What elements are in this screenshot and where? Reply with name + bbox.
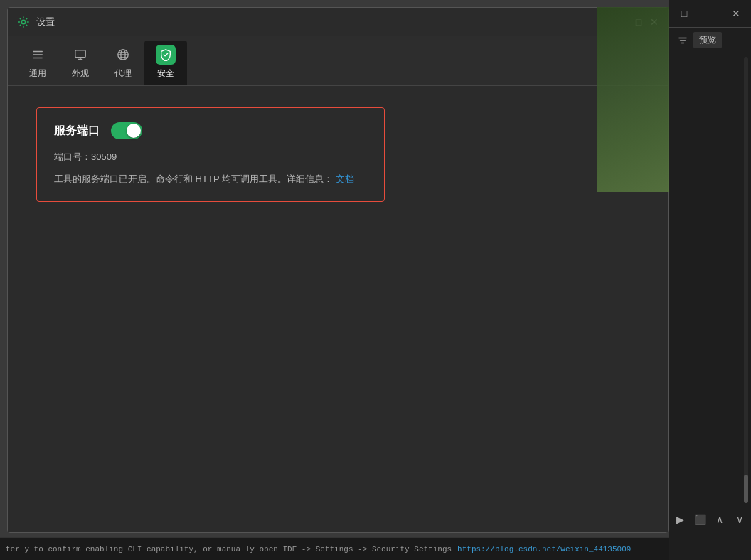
svg-rect-4 xyxy=(75,50,85,58)
play-button[interactable]: ▶ xyxy=(673,512,688,527)
flower-background xyxy=(597,7,669,192)
service-title: 服务端口 xyxy=(54,124,100,139)
nav-item-appearance[interactable]: 外观 xyxy=(59,41,102,85)
nav-item-proxy[interactable]: 代理 xyxy=(102,41,144,85)
scrollbar-thumb xyxy=(744,475,748,503)
service-header: 服务端口 xyxy=(54,122,367,139)
nav-item-security[interactable]: 安全 xyxy=(144,41,187,85)
export-button[interactable]: ⬛ xyxy=(693,512,708,527)
port-label: 端口号：30509 xyxy=(54,151,117,162)
svg-point-0 xyxy=(21,20,25,23)
toggle-knob xyxy=(127,124,141,138)
panel-bottom-controls: ▶ ⬛ ∧ ∨ xyxy=(669,507,751,532)
title-left: 设置 xyxy=(16,15,55,29)
preview-button[interactable]: 预览 xyxy=(693,32,722,48)
nav-label-general: 通用 xyxy=(29,68,46,80)
panel-restore-button[interactable]: □ xyxy=(676,6,692,21)
service-port-toggle[interactable] xyxy=(111,122,142,139)
scrollbar-track[interactable] xyxy=(744,57,748,503)
window-title: 设置 xyxy=(36,16,55,28)
terminal-text: ter y to confirm enabling CLI capability… xyxy=(6,545,452,554)
menu-icon xyxy=(28,45,48,65)
right-panel-toolbar: 预览 xyxy=(669,28,751,53)
nav-item-general[interactable]: 通用 xyxy=(16,41,59,85)
doc-link[interactable]: 文档 xyxy=(336,173,354,184)
status-text: 工具的服务端口已开启。命令行和 HTTP 均可调用工具。详细信息： 文档 xyxy=(54,172,367,187)
settings-window-icon xyxy=(16,15,31,29)
service-port-card: 服务端口 端口号：30509 工具的服务端口已开启。命令行和 HTTP 均可调用… xyxy=(36,107,385,202)
terminal-bar: ter y to confirm enabling CLI capability… xyxy=(0,537,751,560)
settings-window: 设置 — □ ✕ 通用 xyxy=(7,7,669,533)
panel-close-button[interactable]: ✕ xyxy=(728,6,744,21)
up-button[interactable]: ∧ xyxy=(713,512,728,527)
filter-button[interactable] xyxy=(675,33,691,48)
content-area: 服务端口 端口号：30509 工具的服务端口已开启。命令行和 HTTP 均可调用… xyxy=(8,86,668,532)
terminal-url: https://blog.csdn.net/weixin_44135009 xyxy=(457,545,631,554)
port-info: 端口号：30509 xyxy=(54,151,367,163)
monitor-icon xyxy=(70,45,90,65)
nav-label-appearance: 外观 xyxy=(72,68,89,80)
title-bar: 设置 — □ ✕ xyxy=(8,8,668,36)
right-panel: □ ✕ 预览 ▶ ⬛ ∧ ∨ xyxy=(669,0,751,560)
nav-label-security: 安全 xyxy=(157,68,174,80)
right-panel-top: □ ✕ xyxy=(669,0,751,28)
shield-icon xyxy=(156,45,176,65)
down-button[interactable]: ∨ xyxy=(733,512,747,527)
nav-label-proxy: 代理 xyxy=(114,68,132,80)
nav-bar: 通用 外观 代理 xyxy=(8,36,668,86)
globe-icon xyxy=(113,45,133,65)
status-description: 工具的服务端口已开启。命令行和 HTTP 均可调用工具。详细信息： xyxy=(54,173,333,184)
